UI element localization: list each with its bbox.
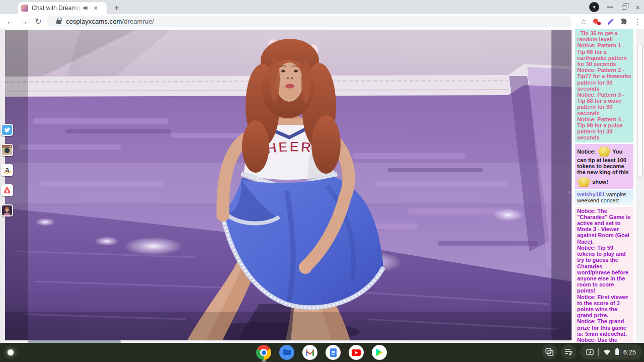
- tab-search-icon[interactable]: ▾: [589, 2, 599, 12]
- extension-red-icon[interactable]: [593, 18, 601, 25]
- chat-username[interactable]: welshy181: [577, 191, 605, 197]
- screen: Chat with Dreamrue in a Live × + ▾ × ← →…: [0, 0, 644, 362]
- chat-king-prefix: Notice:: [577, 149, 596, 155]
- chromeos-shelf: 6:25: [0, 343, 644, 362]
- reload-button[interactable]: ↻: [31, 17, 45, 26]
- browser-toolbar: ← → ↻ cosplayxcams.com/dreamrue/ ☆ ⋮: [0, 14, 644, 29]
- shelf-app-docs[interactable]: [326, 345, 341, 360]
- bookmark-star-icon[interactable]: ☆: [581, 17, 587, 26]
- address-bar[interactable]: cosplayxcams.com/dreamrue/: [47, 16, 572, 27]
- tab-close-icon[interactable]: ×: [92, 5, 99, 12]
- amazon-icon: a: [2, 165, 12, 175]
- url-domain: cosplayxcams.com: [66, 18, 122, 25]
- chat-line: Notice: First viewer to the score of 3 p…: [577, 294, 632, 319]
- chat-line: Notice: Pattern 1 - Tip 66 for a earthqu…: [577, 42, 632, 67]
- status-area: 6:25: [542, 344, 642, 359]
- shelf-app-youtube[interactable]: [349, 345, 364, 360]
- google-play-icon: [376, 348, 383, 356]
- window-switch-icon: [586, 348, 594, 356]
- chat-king-suffix: show!: [592, 179, 608, 185]
- chat-king-notice: Notice: You can tip at least 100 tokens …: [575, 144, 633, 189]
- svg-text:a: a: [5, 166, 9, 173]
- padlock-icon[interactable]: [56, 20, 61, 24]
- chat-collapse-handle[interactable]: «: [568, 189, 571, 195]
- screen-capture-icon: [545, 348, 553, 356]
- system-tray[interactable]: 6:25: [580, 344, 642, 359]
- audio-playing-icon[interactable]: [83, 5, 89, 11]
- forward-button[interactable]: →: [17, 17, 31, 26]
- profile-photo-icon: [2, 205, 12, 215]
- twitter-icon: [2, 125, 12, 135]
- chat-tip-menu-section: - Tip 35 to get a random level! Notice: …: [575, 29, 633, 142]
- tab-favicon: [21, 5, 28, 12]
- window-close-button[interactable]: ×: [635, 4, 640, 11]
- chat-line: Notice: Pattern 3 - Tip 88 for a wave pa…: [577, 92, 632, 116]
- chat-line: Notice: Tip 59 tokens to play and try to…: [577, 245, 632, 294]
- chrome-active-indicator: [262, 360, 266, 361]
- crown-icon: [577, 175, 591, 187]
- screen-capture-button[interactable]: [542, 344, 557, 359]
- vertical-scrollbar[interactable]: [636, 29, 644, 343]
- playlist-music-icon: [565, 348, 573, 356]
- chat-line: Notice: Pattern 2 - Tip77 for a firework…: [577, 67, 632, 92]
- url-text[interactable]: cosplayxcams.com/dreamrue/: [66, 18, 154, 25]
- chat-line: Notice: The grand prize for this game is…: [577, 318, 632, 337]
- browser-menu-icon[interactable]: ⋮: [634, 18, 641, 26]
- airbnb-icon: [2, 185, 12, 195]
- files-icon: [279, 345, 294, 360]
- browser-tab[interactable]: Chat with Dreamrue in a Live ×: [18, 2, 107, 14]
- vertical-scrollbar-thumb[interactable]: [637, 44, 642, 178]
- instagram-link[interactable]: [1, 144, 13, 156]
- shelf-app-play[interactable]: [372, 345, 387, 360]
- profile-photo-link[interactable]: [1, 204, 13, 216]
- shelf-app-chrome[interactable]: [256, 345, 271, 360]
- airbnb-link[interactable]: [1, 184, 13, 196]
- battery-icon: [615, 349, 619, 355]
- chat-charades-section: Notice: The "Charades" Game is active an…: [575, 207, 633, 343]
- shelf-apps: [256, 345, 387, 360]
- window-minimize-button[interactable]: [607, 7, 613, 8]
- clock: 6:25: [623, 348, 636, 356]
- shelf-app-gmail[interactable]: [302, 345, 317, 360]
- tab-strip: Chat with Dreamrue in a Live × + ▾ ×: [0, 0, 644, 14]
- chat-line: Notice: The "Charades" Game is active an…: [577, 208, 632, 245]
- url-path: /dreamrue/: [122, 18, 154, 25]
- page-content: CHEERS: [0, 29, 644, 343]
- extension-pen-icon[interactable]: [607, 18, 614, 25]
- twitter-link[interactable]: [1, 124, 13, 136]
- extensions-puzzle-icon[interactable]: [620, 18, 628, 25]
- instagram-icon: [2, 145, 12, 155]
- amazon-link[interactable]: a: [1, 164, 13, 176]
- shelf-app-files[interactable]: [279, 345, 294, 360]
- crown-icon: [597, 145, 611, 157]
- chat-panel[interactable]: - Tip 35 to get a random level! Notice: …: [575, 29, 633, 343]
- launcher-button[interactable]: [4, 345, 18, 359]
- wifi-icon: [603, 349, 611, 355]
- new-tab-button[interactable]: +: [112, 3, 122, 13]
- gmail-icon: [306, 349, 314, 356]
- docs-icon: [330, 348, 337, 357]
- social-sidebar: a: [1, 124, 13, 216]
- media-controls-button[interactable]: [561, 344, 576, 359]
- window-restore-button[interactable]: [622, 5, 626, 10]
- tab-title: Chat with Dreamrue in a Live: [32, 5, 82, 12]
- chat-line: - Tip 35 to get a random level!: [577, 30, 632, 42]
- youtube-icon: [352, 349, 361, 356]
- chat-line: Notice: Pattern 4 - Tip 99 for a pulse p…: [577, 116, 632, 141]
- video-scene: CHEERS: [5, 30, 572, 340]
- live-cam-video[interactable]: CHEERS: [5, 30, 572, 340]
- back-button[interactable]: ←: [3, 17, 17, 26]
- chrome-icon: [256, 345, 271, 360]
- tray-separator: [598, 348, 599, 356]
- chat-user-message: welshy181 vampire weekend concert: [575, 190, 633, 205]
